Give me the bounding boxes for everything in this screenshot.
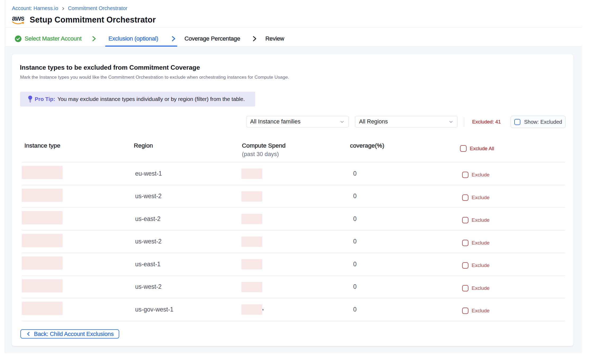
- region-cell: us-west-2: [135, 230, 162, 253]
- table-row: us-west-2 0 Exclude: [22, 230, 565, 253]
- row-exclude-checkbox[interactable]: [462, 240, 468, 246]
- column-header-coverage: coverage(%): [350, 142, 384, 149]
- step-chevron-icon: [251, 35, 258, 42]
- step-label: Select Master Account: [25, 35, 82, 42]
- redacted-compute-spend: [241, 237, 262, 247]
- breadcrumb: Account: Harness.io Commitment Orchestra…: [12, 5, 127, 11]
- row-exclude-checkbox[interactable]: [462, 285, 468, 291]
- table-body: eu-west-1 0 Exclude us-west-2 0 Exclude …: [22, 162, 565, 321]
- exclude-all-checkbox[interactable]: [460, 145, 467, 152]
- row-exclude-checkbox[interactable]: [462, 262, 468, 269]
- row-exclude-control[interactable]: Exclude: [462, 300, 490, 322]
- coverage-cell: 0: [353, 230, 357, 253]
- title-row: aws Setup Commitment Orchestrator: [12, 15, 156, 25]
- svg-text:aws: aws: [12, 15, 24, 22]
- page-header: Account: Harness.io Commitment Orchestra…: [5, 0, 582, 28]
- step-coverage-percentage[interactable]: Coverage Percentage: [184, 35, 240, 42]
- column-header-region: Region: [134, 142, 153, 149]
- row-exclude-label: Exclude: [472, 308, 490, 314]
- breadcrumb-commitment-orchestrator-link[interactable]: Commitment Orchestrator: [68, 5, 127, 11]
- column-header-compute-spend: Compute Spend (past 30 days): [242, 142, 286, 158]
- back-button-label: Back: Child Account Exclusions: [34, 331, 114, 338]
- step-completed-check-icon: [15, 35, 21, 42]
- coverage-cell: 0: [353, 208, 357, 230]
- redacted-instance-type: [22, 189, 63, 202]
- region-cell: us-gov-west-1: [135, 298, 173, 321]
- region-dropdown-value: All Regions: [359, 118, 448, 125]
- protip-label: Pro Tip:: [35, 96, 55, 102]
- table-row: us-gov-west-1 0 Exclude: [22, 298, 565, 321]
- step-label: Coverage Percentage: [184, 35, 240, 42]
- row-exclude-control[interactable]: Exclude: [462, 164, 490, 186]
- row-exclude-label: Exclude: [472, 217, 490, 223]
- breadcrumb-account-link[interactable]: Account: Harness.io: [12, 5, 58, 11]
- redacted-instance-type: [22, 279, 63, 292]
- instance-exclusion-table: Instance type Region Compute Spend (past…: [22, 139, 565, 321]
- back-button[interactable]: Back: Child Account Exclusions: [20, 329, 119, 339]
- step-select-master-account[interactable]: Select Master Account: [15, 35, 82, 42]
- protip-text: You may exclude instance types individua…: [57, 96, 245, 102]
- card-subheading: Mark the Instance types you would like t…: [20, 74, 289, 80]
- wizard-stepper: Select Master Account Exclusion (optiona…: [5, 28, 582, 47]
- step-exclusion[interactable]: Exclusion (optional): [108, 35, 158, 42]
- row-exclude-checkbox[interactable]: [462, 194, 468, 201]
- redacted-instance-type: [22, 234, 63, 247]
- coverage-cell: 0: [353, 162, 357, 185]
- coverage-cell: 0: [353, 185, 357, 208]
- table-row: eu-west-1 0 Exclude: [22, 162, 565, 185]
- compute-spend-title: Compute Spend: [242, 142, 286, 149]
- row-exclude-control[interactable]: Exclude: [462, 187, 490, 209]
- column-header-instance-type: Instance type: [24, 142, 60, 149]
- step-chevron-icon: [90, 35, 97, 42]
- table-row: us-west-2 0 Exclude: [22, 185, 565, 208]
- show-excluded-toggle[interactable]: Show: Excluded: [511, 116, 566, 128]
- lightbulb-icon: [28, 96, 32, 103]
- row-exclude-checkbox[interactable]: [462, 217, 468, 223]
- region-cell: us-east-1: [135, 253, 161, 276]
- main-area: Instance types to be excluded from Commi…: [5, 47, 582, 353]
- row-exclude-control[interactable]: Exclude: [462, 277, 490, 300]
- step-review[interactable]: Review: [265, 35, 284, 42]
- redacted-compute-spend: [241, 259, 262, 269]
- region-dropdown[interactable]: All Regions: [355, 116, 458, 127]
- region-cell: us-west-2: [135, 276, 162, 298]
- redacted-compute-spend: [241, 191, 262, 202]
- row-exclude-control[interactable]: Exclude: [462, 254, 490, 277]
- chevron-down-icon: [339, 119, 345, 125]
- filters-divider: [464, 117, 464, 127]
- row-exclude-checkbox[interactable]: [462, 308, 468, 314]
- instance-family-dropdown[interactable]: All Instance families: [246, 116, 349, 127]
- row-exclude-label: Exclude: [472, 285, 490, 291]
- redacted-compute-spend: [241, 282, 262, 292]
- step-label: Review: [265, 35, 284, 42]
- redacted-compute-spend: [241, 304, 262, 315]
- redacted-instance-type: [22, 302, 63, 315]
- page-title: Setup Commitment Orchestrator: [30, 15, 156, 24]
- coverage-cell: 0: [353, 298, 357, 321]
- table-header: Instance type Region Compute Spend (past…: [22, 139, 565, 162]
- excluded-count: Excluded: 41: [472, 116, 501, 127]
- row-exclude-control[interactable]: Exclude: [462, 209, 490, 232]
- collapsed-left-nav: [0, 0, 5, 353]
- redacted-compute-spend: [241, 214, 262, 224]
- step-label: Exclusion (optional): [108, 35, 158, 42]
- instance-family-dropdown-value: All Instance families: [250, 118, 339, 125]
- table-row: us-east-1 0 Exclude: [22, 253, 565, 276]
- region-cell: us-east-2: [135, 208, 161, 230]
- row-exclude-checkbox[interactable]: [462, 172, 468, 178]
- page-content: Account: Harness.io Commitment Orchestra…: [5, 0, 582, 364]
- compute-spend-note: (past 30 days): [242, 151, 286, 158]
- redacted-compute-spend: [241, 168, 262, 179]
- row-exclude-control[interactable]: Exclude: [462, 232, 490, 254]
- chevron-down-icon: [448, 119, 454, 125]
- protip-banner: Pro Tip: You may exclude instance types …: [20, 92, 255, 106]
- show-excluded-checkbox[interactable]: [514, 119, 520, 125]
- row-exclude-label: Exclude: [472, 263, 490, 268]
- row-exclude-label: Exclude: [472, 195, 490, 201]
- exclusion-card: Instance types to be excluded from Commi…: [12, 54, 573, 346]
- table-row: us-west-2 0 Exclude: [22, 276, 565, 299]
- exclude-all-label: Exclude All: [470, 146, 494, 152]
- step-chevron-icon: [170, 35, 177, 42]
- exclude-all-control[interactable]: Exclude All: [460, 145, 494, 152]
- redacted-instance-type: [22, 211, 63, 224]
